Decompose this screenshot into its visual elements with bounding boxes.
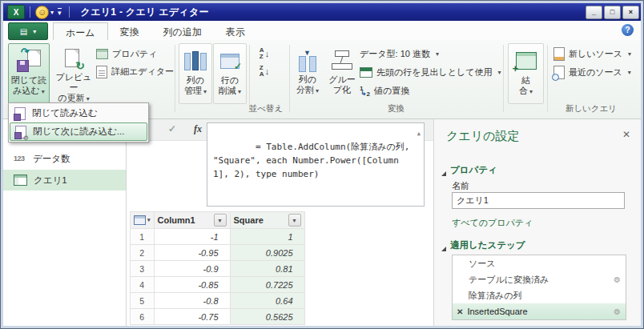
- refresh-preview-button[interactable]: ↻ プレビュー の更新▾: [51, 43, 96, 104]
- step-source[interactable]: ソース: [453, 255, 626, 271]
- menu-item-close-and-load[interactable]: 閉じて読み込む: [10, 104, 147, 122]
- step-label: テーブルに変換済み: [469, 274, 549, 286]
- gear-icon[interactable]: ⚙: [614, 275, 621, 284]
- smiley-feedback-icon[interactable]: ☺: [35, 6, 49, 19]
- cell-column1[interactable]: -1: [154, 229, 230, 245]
- step-converted-to-table[interactable]: テーブルに変換済み ⚙: [453, 271, 626, 287]
- sort-arrow-icon: ↓: [265, 66, 270, 76]
- replace-values-button[interactable]: 1↳2 値の置換: [360, 84, 409, 98]
- table-corner-cell[interactable]: ▾: [131, 212, 155, 229]
- ribbon-tabs: ホーム 変換 列の追加 表示: [53, 22, 257, 40]
- panel-close-icon[interactable]: ✕: [622, 129, 630, 140]
- group-by-icon: [332, 46, 352, 74]
- close-and-load-button[interactable]: ↷ 閉じて読 み込む▾: [8, 43, 50, 104]
- refresh-preview-label: プレビュー: [51, 72, 96, 93]
- split-column-icon: ▼: [298, 46, 317, 74]
- cell-square[interactable]: 0.5625: [230, 309, 304, 325]
- sort-descending-button[interactable]: ZA ↓: [252, 64, 276, 78]
- cell-square[interactable]: 1: [230, 229, 304, 245]
- recent-sources-button[interactable]: 最近のソース ▾: [553, 66, 631, 79]
- sort-group-label: 並べ替え: [244, 103, 288, 114]
- smiley-caret-icon[interactable]: ▾: [50, 9, 54, 16]
- help-icon[interactable]: ?: [622, 24, 634, 36]
- advanced-editor-label: 詳細エディター: [111, 66, 174, 78]
- split-column-button[interactable]: ▼ 列の 分割▾: [291, 43, 324, 104]
- tab-home[interactable]: ホーム: [53, 22, 108, 40]
- table-row[interactable]: 3 -0.9 0.81: [131, 261, 305, 277]
- row-number: 1: [131, 229, 155, 245]
- cell-column1[interactable]: -0.8: [154, 293, 230, 309]
- window-title: クエリ1 - クエリ エディター: [81, 6, 209, 19]
- tab-transform[interactable]: 変換: [108, 22, 151, 40]
- file-menu-button[interactable]: ▤ ▾: [8, 22, 48, 40]
- table-row[interactable]: 5 -0.8 0.64: [131, 293, 305, 309]
- applied-steps-section-header[interactable]: 適用したステップ: [441, 239, 525, 251]
- use-first-row-as-headers-button[interactable]: 先頭の行を見出しとして使用 ▾: [360, 66, 501, 79]
- reduce-rows-button[interactable]: ✓ 行の 削減▾: [213, 43, 247, 104]
- minimize-button[interactable]: _: [586, 6, 602, 19]
- sort-ascending-button[interactable]: AZ ↓: [252, 46, 276, 61]
- close-and-load-label: 閉じて読: [11, 75, 47, 86]
- properties-button[interactable]: プロパティ: [96, 47, 157, 61]
- properties-section-header[interactable]: プロパティ: [441, 164, 497, 176]
- transform-group-label: 変換: [289, 103, 503, 114]
- combine-label2: 合▾: [519, 86, 533, 97]
- maximize-button[interactable]: □: [604, 6, 621, 19]
- chevron-down-icon: ▾: [42, 88, 45, 95]
- row-number: 4: [131, 277, 155, 293]
- tab-view[interactable]: 表示: [214, 22, 257, 40]
- formula-input[interactable]: = Table.AddColumn(除算済みの列, "Square", each…: [207, 122, 425, 207]
- table-row[interactable]: 2 -0.95 0.9025: [131, 245, 305, 261]
- cell-square[interactable]: 0.64: [230, 293, 304, 309]
- advanced-editor-icon: [96, 66, 107, 78]
- manage-columns-label: 列の: [187, 75, 204, 86]
- cell-square[interactable]: 0.81: [230, 261, 304, 277]
- menu-item-close-and-load-to[interactable]: 閉じて次に読み込む...: [10, 122, 147, 141]
- table-row[interactable]: 1 -1 1: [131, 229, 305, 245]
- manage-columns-button[interactable]: 列の 管理▾: [179, 43, 212, 104]
- sidebar-item-query1[interactable]: クエリ1: [3, 170, 126, 191]
- section-label: 適用したステップ: [450, 239, 525, 251]
- group-by-button[interactable]: グルー プ化: [325, 43, 359, 104]
- combine-button[interactable]: + 結 合▾: [508, 43, 544, 104]
- tab-add-column[interactable]: 列の追加: [151, 22, 214, 40]
- all-properties-link[interactable]: すべてのプロパティ: [452, 217, 533, 229]
- first-row-headers-icon: [360, 67, 372, 78]
- formula-check-icon[interactable]: ✓: [168, 123, 176, 134]
- step-inserted-square[interactable]: ✕ InsertedSquare ⚙: [453, 303, 626, 319]
- table-row[interactable]: 4 -0.85 0.7225: [131, 277, 305, 293]
- query-name-field[interactable]: [452, 192, 625, 209]
- column-header-label: Column1: [158, 215, 195, 225]
- step-divided-column[interactable]: 除算済みの列: [453, 287, 626, 303]
- combine-label: 結: [521, 75, 530, 86]
- filter-button[interactable]: ▼: [288, 214, 301, 227]
- query-name: データ数: [33, 153, 70, 165]
- advanced-editor-button[interactable]: 詳細エディター: [96, 65, 174, 78]
- table-row[interactable]: 6 -0.75 0.5625: [131, 309, 305, 325]
- replace-values-icon: 1↳2: [360, 86, 370, 97]
- step-label: 除算済みの列: [469, 290, 522, 302]
- data-type-button[interactable]: データ型: 10 進数 ▾: [360, 47, 439, 61]
- cell-column1[interactable]: -0.85: [154, 277, 230, 293]
- column-header-column1[interactable]: Column1 ▼: [154, 212, 230, 229]
- sort-arrow-icon: ↓: [265, 49, 270, 58]
- delete-step-icon[interactable]: ✕: [457, 307, 463, 316]
- cell-column1[interactable]: -0.95: [154, 245, 230, 261]
- group-separator: [289, 45, 290, 112]
- cell-column1[interactable]: -0.75: [154, 309, 230, 325]
- reduce-rows-label: 行の: [221, 75, 239, 86]
- cell-column1[interactable]: -0.9: [154, 261, 230, 277]
- cell-square[interactable]: 0.7225: [230, 277, 304, 293]
- cell-square[interactable]: 0.9025: [230, 245, 304, 261]
- step-label: ソース: [469, 258, 496, 270]
- number-type-icon: 123: [14, 154, 26, 162]
- close-button[interactable]: ×: [622, 6, 639, 19]
- properties-label: プロパティ: [112, 48, 157, 60]
- gear-icon[interactable]: ⚙: [614, 307, 621, 316]
- collapse-formula-icon[interactable]: ▲: [417, 127, 421, 141]
- sidebar-item-data-count[interactable]: 123 データ数: [3, 149, 126, 168]
- quick-access-toolbar-caret-icon[interactable]: ▾: [58, 8, 62, 17]
- column-header-square[interactable]: Square ▼: [230, 212, 304, 229]
- new-source-button[interactable]: 新しいソース ▾: [553, 47, 631, 61]
- filter-button[interactable]: ▼: [214, 214, 227, 227]
